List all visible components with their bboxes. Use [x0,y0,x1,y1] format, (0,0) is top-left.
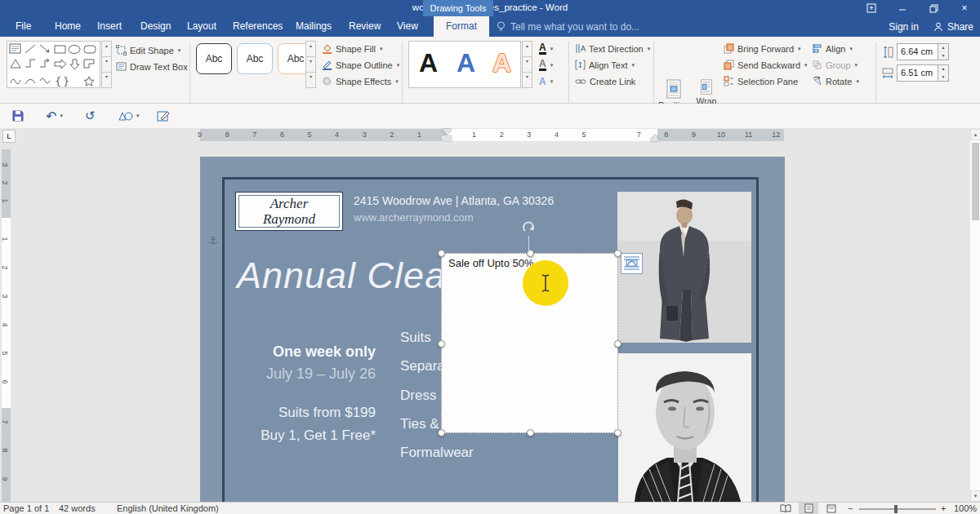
resize-handle-bottom-left[interactable] [438,429,445,436]
tab-references[interactable]: References [225,16,290,37]
align-text-button[interactable]: Align Text▾ [575,57,635,73]
scroll-down-icon[interactable]: ▼ [970,490,980,502]
rotate-handle-icon[interactable] [522,221,536,237]
shape-height-input[interactable]: 6.64 cm ▲▼ [897,43,949,60]
gallery-up-icon[interactable]: ▴ [522,41,532,57]
bring-forward-button[interactable]: Bring Forward▾ [724,41,801,56]
tab-insert[interactable]: Insert [90,16,129,37]
shape-outline-button[interactable]: Shape Outline▾ [322,57,399,73]
tell-me-box[interactable]: Tell me what you want to do... [497,19,639,35]
vertical-scrollbar[interactable]: ▲ ▼ [969,129,980,502]
shape-effects-button[interactable]: Shape Effects▾ [322,73,399,89]
wordart-preset-2[interactable]: A [457,48,475,78]
gallery-more-icon[interactable]: ▾ [305,73,316,88]
shapes-quick-button[interactable]: ▾ [118,107,140,125]
language-indicator[interactable]: English (United Kingdom) [117,503,219,514]
shape-fill-button[interactable]: Shape Fill▾ [322,41,382,56]
tab-home[interactable]: Home [47,16,88,37]
left-indent-marker[interactable] [442,135,452,141]
read-mode-button[interactable] [776,503,795,514]
redo-button[interactable]: ↺ [85,107,96,125]
shape-styles-scroll[interactable]: ▴ ▾ ▾ [305,41,316,88]
group-button[interactable]: Group▾ [812,57,858,73]
rotate-button[interactable]: Rotate▾ [812,73,859,89]
scrollbar-thumb[interactable] [972,143,979,220]
contextual-tab-group[interactable]: Drawing Tools [423,0,493,16]
restore-icon[interactable] [918,0,949,16]
spin-up-icon[interactable]: ▲ [938,65,948,73]
zoom-slider-thumb[interactable] [894,505,898,513]
gallery-up-icon[interactable]: ▴ [305,41,316,57]
text-fill-button[interactable]: A▾ [539,41,553,56]
resize-handle-top-left[interactable] [438,250,445,257]
resize-handle-bottom-right[interactable] [614,429,621,436]
height-spinner[interactable]: ▲▼ [938,44,948,60]
web-layout-button[interactable] [822,503,841,514]
text-effects-button[interactable]: A▾ [539,73,553,89]
wordart-preset-3[interactable]: A [492,48,511,78]
gallery-down-icon[interactable]: ▾ [101,57,112,73]
draw-text-box-button[interactable]: Draw Text Box [116,59,188,74]
selection-pane-button[interactable]: Selection Pane [724,73,798,89]
document-page[interactable]: Archer Raymond 2415 Woodrow Ave | Atlant… [200,157,785,502]
spin-up-icon[interactable]: ▲ [938,44,948,52]
word-count[interactable]: 42 words [59,503,96,514]
shape-width-input[interactable]: 6.51 cm ▲▼ [897,64,949,82]
share-button[interactable]: Share [933,21,973,33]
company-logo[interactable]: Archer Raymond [235,192,343,231]
first-line-indent-marker[interactable] [442,129,452,135]
draw-textbox-quick-button[interactable] [157,107,170,125]
resize-handle-middle-right[interactable] [614,340,621,348]
text-outline-button[interactable]: A▾ [539,57,553,73]
gallery-down-icon[interactable]: ▾ [305,57,316,73]
tab-layout[interactable]: Layout [180,16,224,37]
text-direction-button[interactable]: A Text Direction▾ [575,41,650,56]
undo-button[interactable]: ↶ ▾ [46,107,63,125]
width-spinner[interactable]: ▲▼ [938,65,948,81]
gallery-down-icon[interactable]: ▾ [522,57,532,73]
zoom-percentage[interactable]: 100% [954,503,977,514]
shapes-gallery-scroll[interactable]: ▴ ▾ ▾ [101,41,112,88]
tab-mailings[interactable]: Mailings [288,16,339,37]
shapes-gallery[interactable]: { } [7,41,100,88]
spin-down-icon[interactable]: ▼ [938,73,948,82]
scroll-up-icon[interactable]: ▲ [970,129,980,140]
gallery-up-icon[interactable]: ▴ [101,41,112,57]
tab-selector[interactable]: L [2,130,16,143]
horizontal-ruler[interactable]: 98765432112345789101112 [200,129,784,141]
wordart-gallery[interactable]: A A A [408,41,521,88]
text-box-content[interactable]: Sale off Upto 50% [448,257,534,269]
sign-in-button[interactable]: Sign in [889,21,919,33]
vertical-ruler[interactable]: 321123456789 [2,149,11,502]
align-button[interactable]: Align▾ [812,41,853,56]
photo-man-portrait[interactable] [618,353,751,502]
create-link-button[interactable]: Create Link [575,73,635,89]
resize-handle-bottom-middle[interactable] [527,429,534,436]
wordart-gallery-scroll[interactable]: ▴ ▾ ▾ [522,41,532,88]
tab-review[interactable]: Review [341,16,388,37]
wordart-preset-1[interactable]: A [419,48,438,78]
tab-view[interactable]: View [390,16,425,37]
save-button[interactable] [11,107,24,125]
tab-design[interactable]: Design [133,16,178,37]
spin-down-icon[interactable]: ▼ [938,52,948,60]
send-backward-button[interactable]: Send Backward▾ [724,57,808,73]
zoom-slider[interactable] [859,508,936,510]
tab-format[interactable]: Format [434,16,489,37]
zoom-in-button[interactable]: + [941,503,946,514]
edit-shape-button[interactable]: Edit Shape▾ [116,42,180,58]
gallery-more-icon[interactable]: ▾ [522,73,532,88]
close-icon[interactable]: × [949,0,980,16]
tab-file[interactable]: File [8,16,38,37]
page-indicator[interactable]: Page 1 of 1 [3,503,49,514]
ribbon-display-options-icon[interactable] [856,0,887,16]
gallery-more-icon[interactable]: ▾ [101,73,112,88]
print-layout-button[interactable] [799,503,818,514]
zoom-out-button[interactable]: − [848,503,853,514]
right-indent-marker[interactable] [650,135,660,141]
embedded-object-icon[interactable] [621,253,643,274]
shape-style-preset-1[interactable]: Abc [196,43,232,74]
shape-style-preset-2[interactable]: Abc [237,43,273,74]
minimize-icon[interactable] [887,0,918,16]
resize-handle-middle-left[interactable] [438,340,445,348]
